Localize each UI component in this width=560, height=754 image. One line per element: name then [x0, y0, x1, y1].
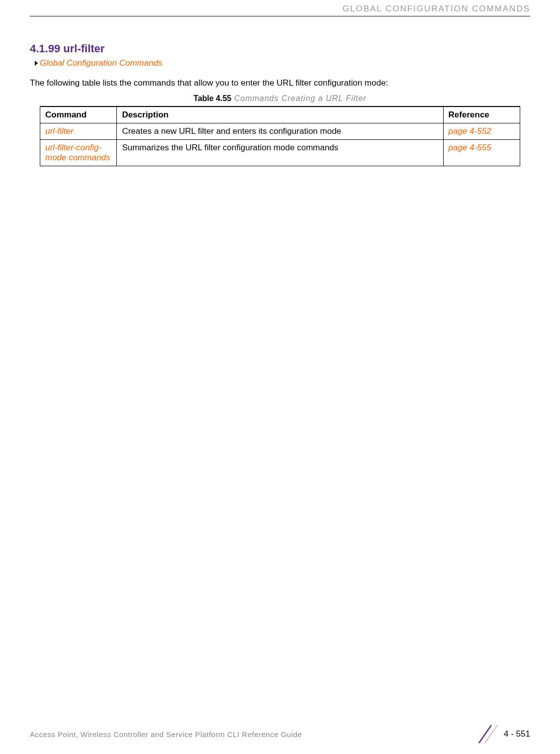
section-heading: 4.1.99 url-filter: [30, 42, 530, 55]
svg-line-1: [485, 725, 497, 743]
breadcrumb: Global Configuration Commands: [35, 58, 530, 68]
main-content: 4.1.99 url-filter Global Configuration C…: [30, 42, 530, 166]
table-header-reference: Reference: [443, 107, 520, 123]
table-caption-number: Table 4.55: [193, 94, 231, 103]
page-number: 4 - 551: [504, 729, 530, 739]
table-caption: Table 4.55 Commands Creating a URL Filte…: [30, 94, 530, 103]
reference-cell[interactable]: page 4-552: [443, 123, 520, 139]
table-header-row: Command Description Reference: [40, 107, 520, 123]
footer-right: 4 - 551: [474, 724, 530, 744]
triangle-right-icon: [35, 61, 38, 66]
description-cell: Summarizes the URL filter configuration …: [117, 139, 443, 166]
reference-cell[interactable]: page 4-555: [443, 139, 520, 166]
command-cell[interactable]: url-filter: [40, 123, 117, 139]
table-row: url-filter Creates a new URL filter and …: [40, 123, 520, 139]
commands-table: Command Description Reference url-filter…: [40, 106, 520, 166]
header-section-label: GLOBAL CONFIGURATION COMMANDS: [343, 4, 530, 14]
footer-accent-icon: [474, 724, 499, 744]
page-footer: Access Point, Wireless Controller and Se…: [30, 724, 530, 744]
breadcrumb-link[interactable]: Global Configuration Commands: [40, 58, 163, 68]
table-header-command: Command: [40, 107, 117, 123]
footer-guide-title: Access Point, Wireless Controller and Se…: [30, 730, 302, 739]
command-cell[interactable]: url-filter-config-mode commands: [40, 139, 117, 166]
svg-line-0: [479, 725, 491, 743]
header-rule: [30, 16, 530, 16]
table-row: url-filter-config-mode commands Summariz…: [40, 139, 520, 166]
description-cell: Creates a new URL filter and enters its …: [117, 123, 443, 139]
intro-paragraph: The following table lists the commands t…: [30, 77, 530, 89]
table-header-description: Description: [117, 107, 443, 123]
table-caption-title: Commands Creating a URL Filter: [231, 94, 367, 103]
